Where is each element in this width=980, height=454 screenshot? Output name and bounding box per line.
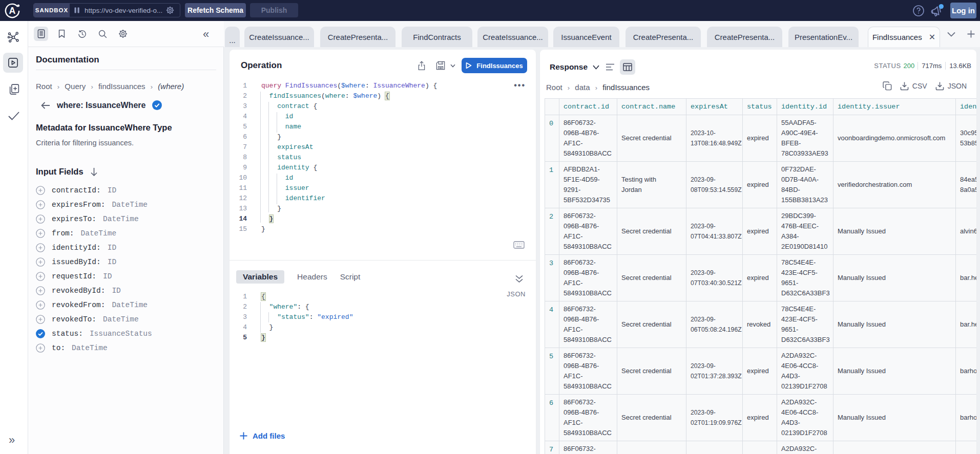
svg-text:A: A bbox=[9, 6, 16, 16]
